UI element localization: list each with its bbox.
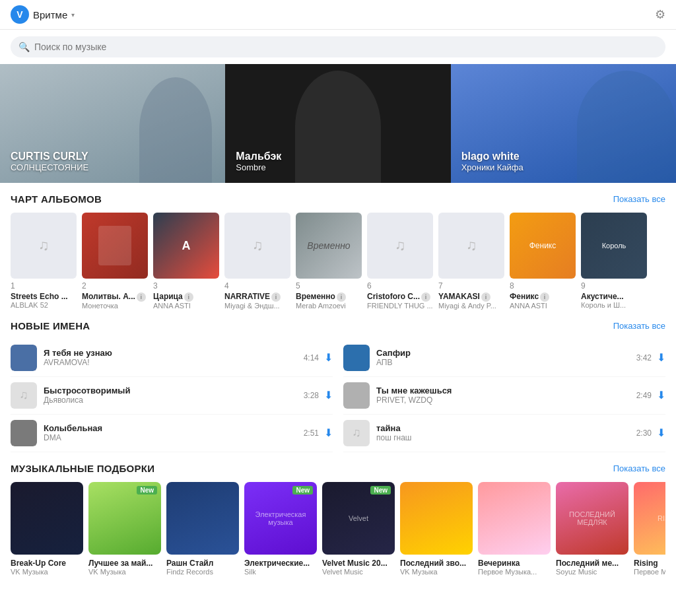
collection-label: Soyuz Music — [556, 568, 628, 576]
track-title: Ты мне кажешься — [376, 386, 636, 395]
album-number: 1 — [11, 281, 77, 291]
album-name: Временноi — [296, 292, 362, 302]
app-name: Вритме — [33, 9, 67, 20]
track-title: Быстросотворимый — [44, 386, 304, 395]
album-item[interactable]: Король 9 Акустиче... Король и Ш... — [581, 213, 647, 310]
search-input-wrap: 🔍 — [11, 36, 665, 57]
track-duration: 2:30 — [636, 428, 652, 438]
collections-section: МУЗЫКАЛЬНЫЕ ПОДБОРКИ Показать все Break-… — [0, 452, 676, 584]
collection-name: Вечеринка — [478, 559, 551, 568]
track-info: Я тебя не узнаю AVRAMOVA! — [44, 348, 304, 367]
banner-1[interactable]: CURTIS CURLY СОЛНЦЕСТОЯНИЕ — [0, 64, 225, 183]
new-names-header: НОВЫЕ ИМЕНА Показать все — [11, 320, 665, 331]
collection-item[interactable]: Break-Up Core VK Музыка — [11, 482, 83, 576]
album-item[interactable]: ♫ 7 YAMAKASIi Miyagi & Andy P... — [438, 213, 504, 310]
collection-grid: Break-Up Core VK Музыка New Лучшее за ма… — [11, 482, 665, 584]
collection-name: Последний ме... — [556, 559, 628, 568]
collection-item[interactable]: New Электрическая музыка Электрические..… — [244, 482, 317, 576]
banner-3-text: blago white Хроники Кайфа — [461, 151, 524, 172]
banner-3[interactable]: blago white Хроники Кайфа — [451, 64, 676, 183]
track-thumbnail — [11, 420, 37, 446]
collection-label: VK Музыка — [11, 568, 83, 576]
track-artist: DMA — [44, 433, 304, 442]
track-thumbnail — [343, 382, 370, 409]
track-item[interactable]: Сапфир АПВ 3:42 ⬇ — [343, 339, 665, 377]
search-input[interactable] — [11, 36, 665, 57]
collection-item[interactable]: RISING Rising Первое Музыка... — [634, 482, 665, 576]
track-thumbnail — [11, 345, 37, 371]
album-item[interactable]: ♫ 6 Cristoforo C...i FRIENDLY THUG ... — [367, 213, 433, 310]
track-item[interactable]: ♫ Быстросотворимый Дьяволиса 3:28 ⬇ — [11, 377, 333, 415]
collection-name: Break-Up Core — [11, 559, 83, 568]
collection-item[interactable]: New Velvet Velvet Music 20... Velvet Mus… — [322, 482, 395, 576]
new-names-show-all[interactable]: Показать все — [613, 321, 665, 331]
download-button[interactable]: ⬇ — [657, 351, 665, 364]
album-item[interactable]: Временно 5 Временноi Merab Amzoevi — [296, 213, 362, 310]
album-name: NARRATIVEi — [224, 292, 290, 302]
banner-2[interactable]: Мальбэк Sombre — [225, 64, 450, 183]
download-button[interactable]: ⬇ — [324, 389, 333, 401]
collection-name: Лучшее за май... — [88, 559, 161, 568]
album-number: 9 — [581, 281, 647, 291]
album-artist: Merab Amzoevi — [296, 302, 362, 310]
album-artist: Монеточка — [82, 302, 148, 310]
download-button[interactable]: ⬇ — [324, 427, 333, 439]
album-cover — [82, 213, 148, 279]
banner-3-artist: blago white — [461, 151, 524, 162]
header-left: V Вритме ▾ — [11, 5, 75, 24]
music-note-icon: ♫ — [352, 426, 361, 440]
collection-item[interactable]: Последний зво... VK Музыка — [400, 482, 473, 576]
banner-3-album: Хроники Кайфа — [461, 162, 524, 172]
collections-header: МУЗЫКАЛЬНЫЕ ПОДБОРКИ Показать все — [11, 463, 665, 474]
track-duration: 4:14 — [304, 353, 319, 362]
info-icon: i — [481, 292, 490, 302]
album-artist: Miyagi & Andy P... — [438, 302, 504, 310]
track-info: Быстросотворимый Дьяволиса — [44, 386, 304, 405]
album-cover: Король — [581, 213, 647, 279]
collections-title: МУЗЫКАЛЬНЫЕ ПОДБОРКИ — [11, 463, 154, 474]
track-item[interactable]: ♫ тайна пош гнаш 2:30 ⬇ — [343, 415, 665, 452]
download-button[interactable]: ⬇ — [324, 351, 333, 364]
album-item[interactable]: 2 Молитвы. А...i Монеточка — [82, 213, 148, 310]
album-cover: ♫ — [438, 213, 504, 279]
info-icon: i — [421, 292, 430, 302]
album-artist: ALBLAK 52 — [11, 301, 77, 309]
collection-cover — [166, 482, 239, 555]
album-item[interactable]: ♫ 4 NARRATIVEi Miyagi & Эндш... — [224, 213, 290, 310]
music-note-icon: ♫ — [466, 237, 477, 254]
collection-name: Velvet Music 20... — [322, 559, 395, 568]
settings-button[interactable]: ⚙ — [655, 7, 665, 22]
app-header: V Вритме ▾ ⚙ — [0, 0, 676, 30]
download-button[interactable]: ⬇ — [657, 427, 665, 439]
new-names-section: НОВЫЕ ИМЕНА Показать все Я тебя не узнаю… — [0, 310, 676, 452]
album-number: 7 — [438, 281, 504, 291]
album-cover: ♫ — [224, 213, 290, 279]
album-artist: ANNA ASTI — [510, 302, 576, 310]
collection-name: Rising — [634, 559, 665, 568]
collection-item[interactable]: Вечеринка Первое Музыка... — [478, 482, 551, 576]
album-item[interactable]: Феникс 8 Фениксi ANNA ASTI — [510, 213, 576, 310]
track-item[interactable]: Ты мне кажешься PRIVET, WZDQ 2:49 ⬇ — [343, 377, 665, 415]
track-meta: 2:49 ⬇ — [636, 389, 665, 401]
chart-section: ЧАРТ АЛЬБОМОВ Показать все ♫ 1 Streets E… — [0, 183, 676, 310]
chart-show-all[interactable]: Показать все — [613, 194, 665, 204]
album-artist: Miyagi & Эндш... — [224, 302, 290, 310]
collections-show-all[interactable]: Показать все — [613, 463, 665, 473]
track-title: тайна — [376, 423, 636, 433]
collection-label: VK Музыка — [88, 568, 161, 576]
album-cover: Временно — [296, 213, 362, 279]
collection-item[interactable]: Рашн Стайл Findz Records — [166, 482, 239, 576]
chevron-down-icon[interactable]: ▾ — [71, 11, 75, 18]
album-item[interactable]: A 3 Царицаi ANNA ASTI — [153, 213, 219, 310]
download-button[interactable]: ⬇ — [657, 389, 665, 401]
track-item[interactable]: Колыбельная DMA 2:51 ⬇ — [11, 415, 333, 452]
collection-item[interactable]: ПОСЛЕДНИЙ МЕДЛЯК Последний ме... Soyuz M… — [556, 482, 628, 576]
album-name: Cristoforo C...i — [367, 292, 433, 302]
album-item[interactable]: ♫ 1 Streets Echo ... ALBLAK 52 — [11, 213, 77, 310]
collection-cover — [478, 482, 551, 555]
track-item[interactable]: Я тебя не узнаю AVRAMOVA! 4:14 ⬇ — [11, 339, 333, 377]
track-thumbnail: ♫ — [11, 382, 37, 409]
collection-item[interactable]: New Лучшее за май... VK Музыка — [88, 482, 161, 576]
track-meta: 2:51 ⬇ — [304, 427, 333, 439]
album-name: Молитвы. А...i — [82, 292, 148, 302]
